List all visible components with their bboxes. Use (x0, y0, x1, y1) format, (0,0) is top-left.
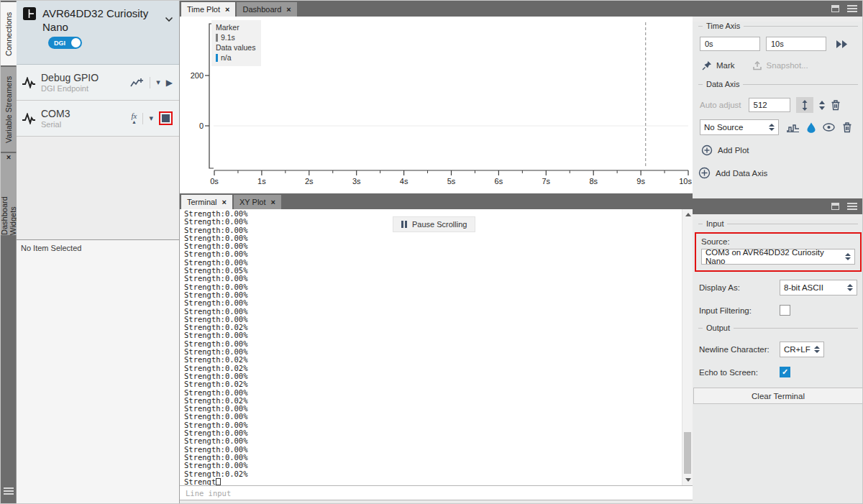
axis-max-input[interactable] (749, 98, 790, 112)
terminal-source-select[interactable]: COM3 on AVR64DD32 Curiosity Nano (701, 249, 855, 265)
newline-select[interactable]: CR+LF (780, 342, 824, 357)
dgi-toggle-knob (71, 38, 81, 47)
terminal-output[interactable]: Strength:0.00%Strength:0.00%Strength:0.0… (180, 209, 693, 485)
source-label: Source: (701, 237, 855, 246)
terminal-source-value: COM3 on AVR64DD32 Curiosity Nano (706, 248, 842, 265)
tab-xy-plot[interactable]: XY Plot × (234, 195, 281, 209)
menu-icon[interactable] (4, 486, 14, 496)
chevron-down-icon[interactable]: ▾ (156, 78, 160, 86)
pause-scrolling-button[interactable]: Pause Scrolling (393, 216, 475, 232)
x-axis-ticks: 0s1s2s3s4s5s6s7s8s9s10s (210, 170, 692, 185)
terminal-partial-line: Strengt (184, 478, 248, 485)
connections-empty-space (17, 137, 179, 240)
dock-panel-icon[interactable] (831, 5, 839, 12)
sidetab-variable-streamers[interactable]: Variable Streamers (1, 67, 17, 152)
tab-time-plot[interactable]: Time Plot × (181, 2, 235, 17)
chevron-down-icon[interactable] (165, 17, 173, 22)
display-as-select[interactable]: 8-bit ASCII (780, 280, 857, 295)
sidetab-dashboard-widgets[interactable]: Dashboard Widgets × (1, 153, 17, 235)
plot-source-select[interactable]: No Source (700, 119, 779, 135)
visibility-eye-icon[interactable] (823, 123, 835, 132)
legend-data-value: n/a (221, 52, 232, 63)
step-plot-icon[interactable] (786, 123, 800, 132)
snapshot-button[interactable]: Snapshot... (752, 60, 808, 70)
mark-button[interactable]: Mark (702, 60, 735, 70)
add-data-axis-label: Add Data Axis (716, 169, 767, 178)
add-data-axis-button[interactable]: Add Data Axis (698, 167, 863, 179)
svg-text:10s: 10s (679, 177, 692, 185)
time-to-input[interactable] (766, 37, 826, 51)
close-icon[interactable]: × (271, 198, 275, 206)
tab-terminal[interactable]: Terminal × (181, 195, 232, 209)
close-icon[interactable]: × (286, 5, 291, 14)
select-arrows-icon (769, 124, 775, 131)
time-from-input[interactable] (700, 37, 760, 51)
terminal-line: Strength:0.00% (184, 462, 248, 469)
scrollbar-thumb[interactable] (684, 432, 691, 474)
separator (142, 113, 143, 124)
time-plot-canvas[interactable]: Marker 9.1s Data values n/a 200 0 0s1s2s… (180, 17, 693, 193)
axis-spinner[interactable] (819, 101, 825, 110)
panel-menu-icon[interactable] (847, 4, 857, 14)
plot-tabbar: Time Plot × Dashboard × (180, 1, 693, 17)
chevron-down-icon[interactable]: ▾ (149, 114, 153, 122)
data-visualizer-window: Connections Variable Streamers Dashboard… (0, 0, 863, 504)
fx-expression-icon[interactable]: fx▲ (132, 112, 137, 124)
svg-text:4s: 4s (400, 177, 408, 185)
no-item-selected-panel: No Item Selected (17, 240, 179, 504)
panel-menu-icon[interactable] (847, 201, 857, 211)
scroll-up-icon[interactable] (685, 213, 691, 216)
svg-text:1s: 1s (257, 177, 266, 185)
vertical-resize-icon (801, 100, 808, 111)
dgi-toggle[interactable]: DGI (48, 37, 82, 49)
close-icon[interactable]: × (222, 198, 227, 206)
fit-axis-button[interactable] (796, 97, 813, 113)
settings-column: Time Axis Mark (693, 1, 863, 503)
fast-forward-icon[interactable] (836, 40, 848, 48)
output-section-title: Output (698, 324, 858, 332)
select-arrows-icon (847, 284, 853, 291)
select-arrows-icon (845, 253, 851, 260)
svg-text:8s: 8s (589, 177, 598, 185)
svg-text:0s: 0s (210, 177, 219, 185)
close-icon[interactable]: × (4, 153, 13, 162)
waveform-icon (22, 113, 35, 124)
endpoint-title: COM3 (41, 108, 132, 120)
pause-scrolling-label: Pause Scrolling (412, 220, 467, 229)
tab-dashboard[interactable]: Dashboard × (237, 2, 296, 17)
marker-color-bar (216, 34, 218, 42)
data-axis-section-title: Data Axis (698, 80, 858, 88)
y-tick-200: 200 (191, 71, 204, 80)
device-card[interactable]: AVR64DD32 Curiosity Nano DGI (17, 1, 179, 65)
endpoint-com3[interactable]: COM3 Serial fx▲ ▾ (17, 101, 179, 137)
tab-label: Dashboard (242, 5, 281, 14)
time-axis-section-title: Time Axis (698, 22, 858, 30)
add-plot-button[interactable]: Add Plot (701, 145, 863, 156)
display-as-label: Display As: (699, 283, 780, 292)
input-filtering-checkbox[interactable] (780, 305, 790, 316)
center-column: Time Plot × Dashboard × Marker 9.1s Data… (180, 1, 693, 503)
color-droplet-icon[interactable] (807, 122, 816, 133)
endpoint-subtitle: Serial (41, 120, 132, 129)
delete-axis-icon[interactable] (831, 99, 841, 111)
sidetab-connections[interactable]: Connections (1, 2, 17, 65)
scroll-down-icon[interactable] (685, 478, 691, 482)
clear-terminal-button[interactable]: Clear Terminal (693, 388, 863, 404)
close-icon[interactable]: × (225, 5, 229, 14)
svg-text:5s: 5s (447, 177, 456, 185)
terminal-scrollbar[interactable] (682, 209, 693, 485)
endpoint-debug-gpio[interactable]: Debug GPIO DGI Endpoint ▾ ▶ (17, 65, 179, 101)
delete-plot-icon[interactable] (842, 122, 852, 133)
line-input-field[interactable] (180, 485, 693, 500)
sidetab-variable-streamers-label: Variable Streamers (4, 75, 13, 142)
stop-button-highlighted[interactable] (159, 111, 173, 125)
dock-panel-icon[interactable] (831, 203, 839, 210)
svg-text:2s: 2s (305, 177, 314, 185)
terminal-line: Strength:0.02% (184, 380, 248, 388)
echo-checkbox[interactable]: ✓ (780, 367, 790, 377)
play-icon[interactable]: ▶ (166, 78, 173, 87)
add-to-plot-icon[interactable] (130, 77, 144, 88)
svg-text:9s: 9s (636, 177, 645, 185)
display-as-value: 8-bit ASCII (784, 283, 823, 292)
time-plot-pane: Time Plot × Dashboard × Marker 9.1s Data… (180, 1, 693, 193)
